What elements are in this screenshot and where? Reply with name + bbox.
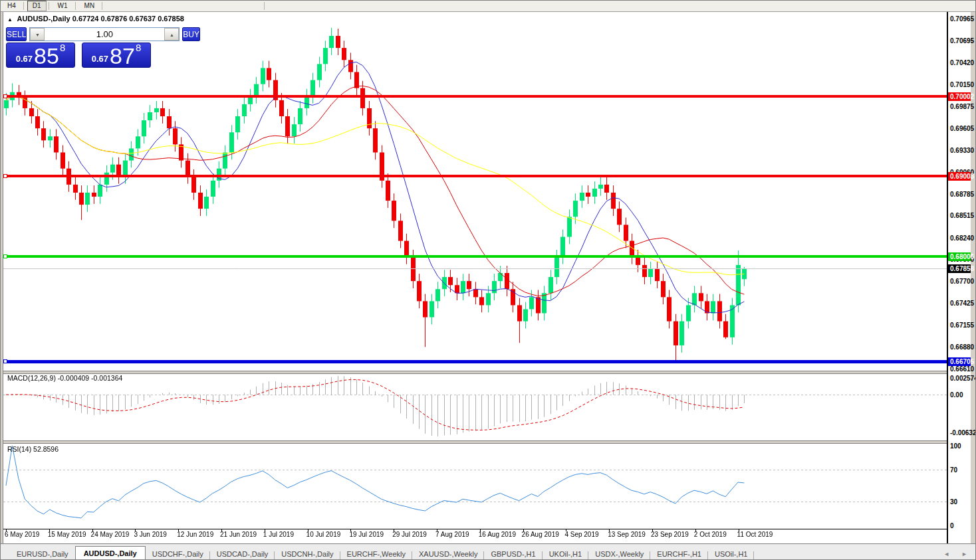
sell-price-pip: 8 (60, 38, 65, 58)
date-tick-label: 19 Jul 2019 (349, 531, 384, 538)
date-tick-label: 21 Jun 2019 (220, 531, 257, 538)
price-level-badge: 0.67858 (948, 264, 971, 273)
price-tick-label: 0.70965 (950, 15, 974, 23)
date-tick-label: 2 Oct 2019 (694, 531, 727, 538)
price-level-badge: 0.68006 (948, 252, 971, 261)
price-level-badge: 0.70002 (948, 92, 971, 101)
price-tick-label: 0.66610 (950, 365, 974, 373)
date-tick-label: 26 Aug 2019 (522, 531, 559, 538)
date-tick-label: 1 Jul 2019 (263, 531, 294, 538)
tab-scroll-arrows: ◄► (943, 551, 967, 557)
price-tick-label: 0.67155 (950, 322, 974, 329)
price-tick-label: 0.69605 (950, 125, 974, 132)
rsi-label: RSI(14) 52.8596 (7, 445, 59, 453)
chart-tab-ukoil-h1[interactable]: UKOil-,H1 (543, 547, 589, 560)
price-tick-label: 0.67425 (950, 300, 974, 307)
chart-tab-audusd-daily[interactable]: AUDUSD-,Daily (75, 546, 146, 560)
chart-tab-xauusd-weekly[interactable]: XAUUSD-,Weekly (412, 547, 484, 560)
rsi-axis-label: 30 (950, 498, 957, 506)
buy-price-pip: 8 (136, 38, 141, 58)
timeframe-button-mn[interactable]: MN (79, 1, 100, 11)
chart-symbol-label: AUDUSD-,Daily (17, 15, 70, 23)
chart-tab-usoil-h1[interactable]: USOil-,H1 (708, 547, 755, 560)
date-tick-label: 7 Aug 2019 (435, 531, 469, 538)
sell-button[interactable]: SELL (6, 27, 27, 41)
terminal-window: H4D1W1MN ▲ AUDUSD-,Daily 0.67724 0.67876… (0, 0, 976, 560)
volume-spinner: ▼ ▲ (29, 27, 180, 41)
sell-price-prefix: 0.67 (16, 52, 33, 66)
timeframe-button-h4[interactable]: H4 (2, 1, 21, 11)
chart-tab-bar: EURUSD-,DailyAUDUSD-,DailyUSDCHF-,DailyU… (1, 543, 976, 560)
chart-tab-gbpusd-h1[interactable]: GBPUSD-,H1 (484, 547, 542, 560)
rsi-axis-label: 100 (950, 442, 961, 450)
rsi-axis-label: 0 (950, 522, 954, 529)
toolbar-separator (23, 2, 24, 10)
volume-decrease-icon[interactable]: ▼ (30, 28, 45, 41)
buy-price-prefix: 0.67 (92, 52, 108, 66)
chart-tab-usdcad-daily[interactable]: USDCAD-,Daily (210, 547, 275, 560)
macd-axis-label: 0.00 (950, 391, 963, 399)
price-tick-label: 0.70150 (950, 81, 974, 88)
timeframe-toolbar: H4D1W1MN (1, 1, 976, 12)
chart-left-edge (1, 11, 3, 543)
chart-tab-usdchf-daily[interactable]: USDCHF-,Daily (146, 547, 210, 560)
date-tick-label: 3 Jun 2019 (134, 531, 167, 538)
price-tick-label: 0.67700 (950, 278, 974, 285)
price-tick-label: 0.68515 (950, 212, 974, 219)
one-click-trade-panel: SELL ▼ ▲ BUY 0.67 85 8 0.67 87 8 (6, 27, 156, 68)
date-tick-label: 4 Sep 2019 (564, 531, 598, 538)
collapse-trade-panel-icon[interactable]: ▲ (7, 17, 13, 23)
price-tick-label: 0.68785 (950, 191, 974, 198)
date-tick-label: 13 Sep 2019 (608, 531, 646, 538)
date-tick-label: 6 May 2019 (5, 531, 39, 538)
chart-tab-eurchf-weekly[interactable]: EURCHF-,Weekly (340, 547, 412, 560)
toolbar-separator (264, 2, 265, 10)
price-tick-label: 0.69875 (950, 103, 974, 110)
macd-axis-label: -0.006326 (950, 429, 976, 436)
date-tick-label: 16 Aug 2019 (479, 531, 516, 538)
volume-increase-icon[interactable]: ▲ (164, 28, 179, 41)
date-tick-label: 29 Jul 2019 (392, 531, 427, 538)
toolbar-separator (75, 2, 76, 10)
rsi-axis-label: 70 (950, 466, 957, 474)
chart-area: ▲ AUDUSD-,Daily 0.67724 0.67876 0.67637 … (1, 11, 976, 543)
price-level-badge: 0.69003 (948, 172, 971, 181)
tab-scroll-left-icon[interactable]: ◄ (943, 551, 949, 557)
date-tick-label: 24 May 2019 (91, 531, 130, 538)
price-tick-label: 0.70420 (950, 59, 974, 66)
tab-scroll-right-icon[interactable]: ► (961, 551, 967, 557)
date-tick-label: 10 Jul 2019 (306, 531, 341, 538)
date-tick-label: 15 May 2019 (48, 531, 86, 538)
sell-price-main: 85 (34, 46, 59, 66)
price-axis[interactable]: 0.709650.706950.704200.701500.698750.696… (947, 11, 971, 543)
toolbar-separator (102, 2, 102, 10)
chart-ohlc-values: 0.67724 0.67876 0.67637 0.67858 (72, 15, 184, 23)
toolbar-separator (49, 2, 49, 10)
price-tick-label: 0.66880 (950, 343, 974, 351)
chart-tab-eurusd-daily[interactable]: EURUSD-,Daily (10, 547, 75, 560)
timeframe-button-d1[interactable]: D1 (27, 1, 47, 11)
date-tick-label: 23 Sep 2019 (651, 531, 689, 538)
chart-tab-eurchf-h1[interactable]: EURCHF-,H1 (650, 547, 708, 560)
sell-price-button[interactable]: 0.67 85 8 (6, 43, 75, 68)
date-tick-label: 12 Jun 2019 (177, 531, 213, 538)
chart-tab-usdcnh-daily[interactable]: USDCNH-,Daily (275, 547, 340, 560)
tab-separator (753, 551, 754, 560)
chart-title: ▲ AUDUSD-,Daily 0.67724 0.67876 0.67637 … (7, 15, 184, 23)
price-chart-canvas[interactable] (1, 11, 947, 543)
macd-label: MACD(12,26,9) -0.000409 -0.001364 (7, 374, 122, 382)
buy-button[interactable]: BUY (182, 27, 200, 41)
chart-tab-usdx-weekly[interactable]: USDX-,Weekly (588, 547, 650, 560)
price-tick-label: 0.68240 (950, 234, 974, 242)
price-tick-label: 0.69330 (950, 147, 974, 154)
timeframe-button-w1[interactable]: W1 (53, 1, 73, 11)
buy-price-main: 87 (110, 46, 135, 66)
macd-axis-label: 0.002574 (950, 375, 976, 382)
buy-price-button[interactable]: 0.67 87 8 (82, 43, 151, 68)
date-tick-label: 11 Oct 2019 (737, 531, 773, 538)
price-level-badge: 0.66705 (948, 357, 971, 366)
price-tick-label: 0.70695 (950, 37, 974, 45)
